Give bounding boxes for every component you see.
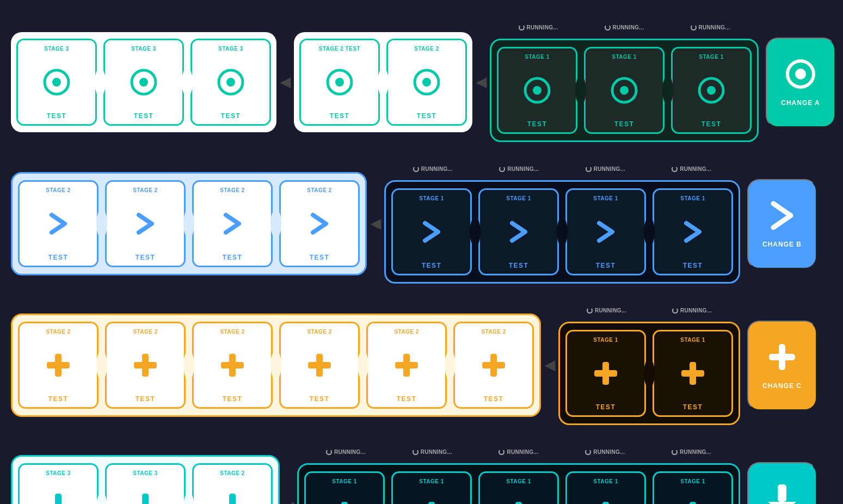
running-badge: RUNNING... (586, 166, 625, 172)
spin-icon (413, 166, 419, 172)
puzzle-piece: STAGE 1 TEST (653, 188, 733, 275)
running-label: RUNNING... (421, 449, 452, 455)
puzzle-piece: STAGE 2 TEST (453, 322, 534, 409)
piece-group: STAGE 2 TEST TEST STAGE 2 TEST (294, 32, 472, 132)
stage-label: STAGE 1 (506, 478, 531, 484)
svg-rect-48 (602, 502, 609, 505)
spin-icon (586, 166, 592, 172)
svg-rect-46 (515, 502, 522, 505)
running-badges: RUNNING... RUNNING... RUNNING... (490, 24, 759, 30)
piece-icon (659, 343, 727, 403)
puzzle-piece: STAGE 1 TEST (653, 471, 733, 504)
piece-group: RUNNING... RUNNING... RUNNING... RUNNING… (384, 180, 740, 284)
running-badge: RUNNING... (413, 166, 453, 172)
piece-connector (358, 351, 368, 380)
running-badge: RUNNING... (499, 166, 539, 172)
running-badge: RUNNING... (499, 449, 538, 455)
stage-label: STAGE 2 (133, 187, 158, 193)
piece-icon (677, 60, 746, 120)
stage-label: STAGE 1 (419, 478, 444, 484)
svg-rect-27 (395, 362, 418, 368)
piece-connector (270, 209, 281, 238)
puzzle-piece: STAGE 2 TEST (192, 322, 273, 409)
stage-label: STAGE 2 (414, 46, 439, 52)
running-label: RUNNING... (507, 166, 539, 172)
stage-label: STAGE 1 (680, 337, 705, 343)
svg-rect-42 (341, 502, 348, 505)
stage-label: STAGE 1 (699, 54, 724, 60)
change-button-row-b[interactable]: CHANGE B (747, 179, 817, 269)
piece-icon (198, 193, 267, 254)
puzzle-piece: STAGE 1 TEST (304, 471, 385, 504)
piece-icon (397, 484, 466, 504)
stage-label: STAGE 2 (46, 187, 71, 193)
svg-rect-44 (428, 502, 435, 505)
piece-connector (445, 351, 456, 380)
piece-icon (198, 476, 267, 504)
puzzle-piece: STAGE 3 TEST (18, 463, 99, 504)
piece-label: TEST (527, 120, 547, 128)
group-arrow: ◀ (280, 75, 290, 90)
piece-connector (470, 217, 481, 247)
piece-label: TEST (48, 395, 69, 403)
stage-label: STAGE 2 (220, 329, 245, 335)
svg-point-13 (620, 86, 629, 95)
change-icon (784, 58, 817, 95)
piece-label: TEST (596, 403, 616, 411)
svg-rect-19 (47, 362, 70, 368)
piece-icon (24, 476, 93, 504)
running-badge: RUNNING... (672, 449, 711, 455)
piece-label: TEST (683, 262, 703, 269)
stage-label: STAGE 2 (307, 187, 332, 193)
piece-icon (111, 193, 180, 254)
piece-connector (183, 209, 194, 238)
spin-icon (499, 166, 505, 172)
running-label: RUNNING... (594, 166, 625, 172)
svg-point-7 (335, 78, 344, 87)
svg-rect-36 (55, 494, 61, 505)
stage-label: STAGE 1 (593, 337, 618, 343)
svg-rect-33 (681, 370, 704, 377)
piece-label: TEST (509, 262, 529, 269)
piece-group: STAGE 2 TEST STAGE 2 TEST STAGE 2 TEST S… (11, 314, 541, 417)
spin-icon (413, 449, 419, 455)
piece-icon (484, 201, 553, 262)
piece-label: TEST (422, 262, 442, 269)
svg-point-9 (422, 78, 431, 87)
change-icon (766, 482, 798, 504)
puzzle-piece: STAGE 1 TEST (565, 330, 646, 417)
running-label: RUNNING... (527, 24, 558, 30)
change-label: CHANGE C (762, 382, 802, 390)
piece-connector (183, 351, 194, 380)
puzzle-piece: STAGE 1 TEST (565, 188, 646, 275)
piece-connector (644, 359, 655, 388)
spin-icon (672, 308, 678, 314)
puzzle-piece: STAGE 2 TEST (105, 180, 186, 267)
svg-rect-52 (778, 484, 786, 502)
change-button-row-d[interactable]: CHANGE D (747, 462, 817, 505)
piece-icon (659, 484, 727, 504)
running-badge: RUNNING... (672, 166, 711, 172)
change-label: CHANGE B (762, 241, 802, 248)
piece-group: STAGE 3 TEST STAGE 3 TEST STAGE 3 TEST (11, 32, 276, 132)
change-button-row-a[interactable]: CHANGE A (766, 38, 835, 127)
piece-connector (95, 67, 106, 97)
change-button-row-c[interactable]: CHANGE C (747, 321, 817, 410)
piece-label: TEST (614, 120, 635, 128)
piece-icon (590, 60, 659, 120)
piece-label: TEST (702, 120, 722, 128)
running-badge: RUNNING... (585, 449, 625, 455)
change-row-row-b: STAGE 2 TEST STAGE 2 TEST STAGE 2 TEST S… (11, 159, 832, 288)
stage-label: STAGE 2 (220, 470, 245, 476)
piece-group: STAGE 2 TEST STAGE 2 TEST STAGE 2 TEST S… (11, 172, 367, 275)
svg-rect-35 (769, 354, 795, 360)
piece-group: RUNNING... RUNNING... STAGE 1 TEST STAGE… (558, 322, 740, 425)
piece-connector (270, 351, 281, 380)
piece-label: TEST (48, 254, 69, 261)
group-arrow: ◀ (284, 499, 293, 504)
running-badge: RUNNING... (691, 24, 730, 30)
stage-label: STAGE 2 (307, 329, 332, 335)
piece-label: TEST (397, 395, 417, 403)
svg-point-5 (226, 78, 235, 87)
stage-label: STAGE 1 (680, 478, 705, 484)
